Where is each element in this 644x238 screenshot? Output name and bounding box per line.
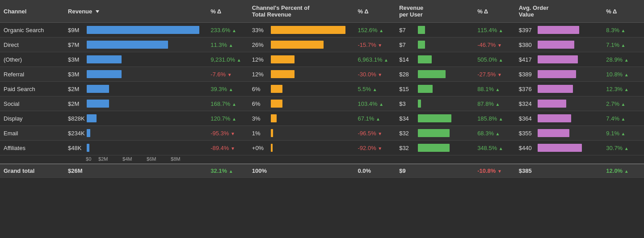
bar-visual (418, 26, 425, 34)
bar-cell: $3M (64, 67, 207, 82)
grand-total-avg-order-delta: 12.0% ▲ (602, 164, 644, 178)
bar-value: $34 (399, 115, 416, 122)
bar-cell: $364 (515, 111, 603, 126)
axis-label: $6M (147, 156, 171, 162)
channel-name: Paid Search (0, 82, 64, 96)
bar-visual (538, 41, 575, 49)
header-row: Channel Revenue % Δ Channel's Percent of… (0, 0, 644, 23)
delta-cell: 30.7% ▲ (602, 141, 644, 155)
col-rev-per-user[interactable]: Revenueper User (396, 0, 474, 23)
bar-cell: 12% (248, 52, 354, 67)
bar-visual (418, 41, 425, 49)
bar-cell: 1% (248, 126, 354, 141)
grand-total-revenue-delta: 32.1% ▲ (207, 164, 248, 178)
bar-cell: $2M (64, 82, 207, 96)
delta-cell: -27.5% ▼ (474, 67, 515, 82)
bar-value: $389 (519, 71, 536, 78)
bar-value: $7 (399, 42, 416, 48)
col-revenue[interactable]: Revenue (64, 0, 207, 23)
grand-total-rev-per-user: $9 (396, 164, 474, 178)
grand-total-label: Grand total (0, 164, 64, 178)
bar-visual (418, 144, 449, 152)
bar-value: $28 (399, 71, 416, 78)
bar-cell: $397 (515, 23, 603, 38)
delta-cell: -15.7% ▼ (354, 38, 396, 52)
bar-visual (87, 70, 122, 78)
bar-cell: $380 (515, 38, 603, 52)
bar-visual (271, 144, 273, 152)
delta-cell: -96.5% ▼ (354, 126, 396, 141)
col-avg-order[interactable]: Avg. OrderValue (515, 0, 603, 23)
col-channel[interactable]: Channel (0, 0, 64, 23)
col-revenue-delta[interactable]: % Δ (207, 0, 248, 23)
bar-cell: 33% (248, 23, 354, 38)
bar-value: 12% (252, 71, 269, 78)
bar-cell: $3M (64, 52, 207, 67)
bar-value: 12% (252, 56, 269, 63)
bar-visual (271, 41, 324, 49)
grand-total-rev-per-user-delta: -10.8% ▼ (474, 164, 515, 178)
delta-cell: -89.4% ▼ (207, 141, 248, 155)
bar-cell: $440 (515, 141, 603, 155)
bar-visual (538, 100, 566, 108)
delta-cell: 152.6% ▲ (354, 23, 396, 38)
bar-cell: $324 (515, 96, 603, 111)
delta-cell: 120.7% ▲ (207, 111, 248, 126)
bar-value: $9M (68, 27, 85, 33)
delta-cell: 6,963.1% ▲ (354, 52, 396, 67)
channel-name: Affiliates (0, 141, 64, 155)
bar-value: $3M (68, 56, 85, 63)
delta-cell: 8.3% ▲ (602, 23, 644, 38)
delta-cell: 115.4% ▲ (474, 23, 515, 38)
bar-cell: 26% (248, 38, 354, 52)
bar-value: $3 (399, 100, 416, 107)
bar-value: 1% (252, 130, 269, 137)
delta-cell: 233.6% ▲ (207, 23, 248, 38)
delta-cell: -30.0% ▼ (354, 67, 396, 82)
grand-total-channel-pct-delta: 0.0% (354, 164, 396, 178)
delta-cell: 185.8% ▲ (474, 111, 515, 126)
bar-cell: 6% (248, 96, 354, 111)
bar-visual (87, 26, 199, 34)
delta-cell: 12.3% ▲ (602, 82, 644, 96)
col-rev-per-user-delta[interactable]: % Δ (474, 0, 515, 23)
delta-cell: 7.4% ▲ (602, 111, 644, 126)
col-channel-pct-delta[interactable]: % Δ (354, 0, 396, 23)
bar-cell: +0% (248, 141, 354, 155)
bar-visual (538, 70, 576, 78)
col-avg-order-delta[interactable]: % Δ (602, 0, 644, 23)
bar-cell: $389 (515, 67, 603, 82)
bar-value: $2M (68, 100, 85, 107)
bar-visual (538, 26, 580, 34)
bar-cell: $376 (515, 82, 603, 96)
bar-value: $234K (68, 130, 85, 137)
bar-visual (538, 129, 570, 137)
bar-visual (418, 55, 432, 63)
bar-cell: $32 (396, 126, 474, 141)
bar-cell: $355 (515, 126, 603, 141)
delta-cell: -95.3% ▼ (207, 126, 248, 141)
bar-value: $7M (68, 42, 85, 48)
table-row: (Other) $3M 9,231.0% ▲ 12% 6,963.1% ▲ $1… (0, 52, 644, 67)
table-row: Email $234K -95.3% ▼ 1% -96.5% ▼ $32 68.… (0, 126, 644, 141)
channel-name: (Other) (0, 52, 64, 67)
main-table-container: Channel Revenue % Δ Channel's Percent of… (0, 0, 644, 178)
col-channel-pct[interactable]: Channel's Percent ofTotal Revenue (248, 0, 354, 23)
table-row: Organic Search $9M 233.6% ▲ 33% 152.6% ▲… (0, 23, 644, 38)
channel-name: Email (0, 126, 64, 141)
bar-visual (271, 114, 277, 122)
delta-cell: 103.4% ▲ (354, 96, 396, 111)
bar-value: $324 (519, 100, 536, 107)
bar-visual (538, 85, 573, 93)
bar-cell: $32 (396, 141, 474, 155)
table-body: Organic Search $9M 233.6% ▲ 33% 152.6% ▲… (0, 23, 644, 178)
table-row: Referral $3M -7.6% ▼ 12% -30.0% ▼ $28 -2… (0, 67, 644, 82)
bar-visual (87, 114, 97, 122)
grand-total-channel-pct: 100% (248, 164, 354, 178)
channel-name: Display (0, 111, 64, 126)
bar-visual (538, 144, 582, 152)
bar-value: $364 (519, 115, 536, 122)
sort-desc-icon (96, 10, 99, 13)
bar-value: 26% (252, 42, 269, 48)
bar-visual (418, 70, 446, 78)
